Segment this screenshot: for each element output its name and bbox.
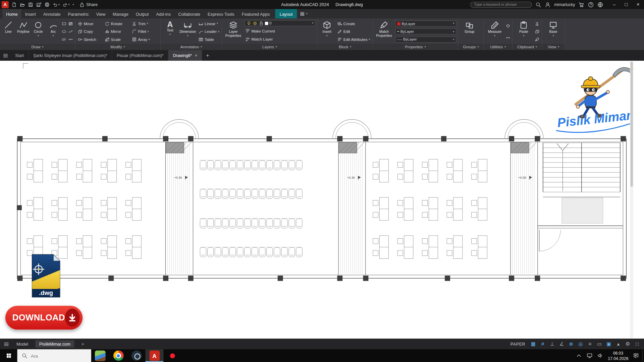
ribbon-tab-view[interactable]: View <box>93 9 109 18</box>
dimension-button[interactable]: Dimension ▾ <box>179 20 196 44</box>
rectangle-tool-icon[interactable] <box>62 21 67 26</box>
taskbar-opera-app[interactable] <box>163 349 181 362</box>
match-layer-button[interactable]: Match Layer <box>245 36 316 43</box>
workspace-settings-icon[interactable]: ⚙ <box>624 342 631 347</box>
text-button[interactable]: A Text ▾ <box>162 20 178 44</box>
new-layout-button[interactable]: + <box>77 340 88 348</box>
spline-tool-icon[interactable] <box>68 29 73 34</box>
save-button[interactable] <box>27 1 34 8</box>
plot-button[interactable] <box>44 1 51 8</box>
action-center-icon[interactable] <box>633 353 639 359</box>
ribbon-tab-express-tools[interactable]: Express Tools <box>204 9 238 18</box>
user-avatar-icon[interactable] <box>545 1 551 7</box>
create-block-button[interactable]: Create <box>336 20 371 27</box>
insert-block-button[interactable]: Insert ▾ <box>319 20 335 44</box>
revision-cloud-icon[interactable] <box>62 37 67 42</box>
ribbon-tab-manage[interactable]: Manage <box>109 9 132 18</box>
point-tool-icon[interactable] <box>68 37 73 42</box>
drawing-area[interactable]: +0.30+0.30+0.30Pislik Mimar.dwg DOWNLOAD <box>0 61 644 339</box>
online-services-icon[interactable] <box>597 1 603 7</box>
grid-icon[interactable]: ▦ <box>530 342 537 347</box>
layer-combo[interactable]: 0 ▾ <box>245 20 316 26</box>
ribbon-tab-add-ins[interactable]: Add-ins <box>152 9 174 18</box>
copy-button[interactable]: Copy <box>77 28 104 35</box>
scale-button[interactable]: Scale <box>104 36 131 43</box>
lineweight-combo[interactable]: ━ ByLayer▾ <box>395 28 456 35</box>
paper-space-indicator[interactable]: PAPER <box>511 342 525 346</box>
linear-dimension-button[interactable]: Linear▾ <box>198 20 220 27</box>
share-button[interactable]: Share <box>79 2 98 7</box>
match-properties-button[interactable]: Match Properties <box>375 20 393 44</box>
panel-label-draw[interactable]: Draw▾ <box>0 44 75 50</box>
ribbon-tab-annotate[interactable]: Annotate <box>40 9 64 18</box>
panel-label-utilities[interactable]: Utilities▾ <box>484 44 512 50</box>
taskbar-clock[interactable]: 06:03 17.04.2026 <box>608 350 628 361</box>
move-button[interactable]: Move <box>77 20 104 27</box>
close-button[interactable]: × <box>632 0 644 9</box>
snap-icon[interactable]: # <box>539 342 546 347</box>
interface-toggle-button[interactable]: ▾ <box>297 9 311 18</box>
file-tab--ark-s-yleyen-insan-pislikmimar-com-[interactable]: Şarkı Söyleyen Insan (PislikMimar.com)* <box>29 50 112 61</box>
measure-button[interactable]: Measure ▾ <box>485 20 504 44</box>
id-point-icon[interactable] <box>505 23 511 28</box>
isolate-objects-icon[interactable]: □ <box>634 342 641 347</box>
cut-icon[interactable] <box>535 21 540 26</box>
object-color-combo[interactable]: ByLayer▾ <box>395 20 456 26</box>
panel-label-view[interactable]: View▾ <box>542 44 565 50</box>
model-tab[interactable]: Model <box>12 340 33 348</box>
selection-cycling-icon[interactable]: ▣ <box>605 342 612 347</box>
leader-button[interactable]: Leader▾ <box>198 28 220 35</box>
table-button[interactable]: Table <box>198 36 220 43</box>
snap-tracking-icon[interactable]: ◎ <box>577 342 584 347</box>
canvas-scrollbar[interactable] <box>630 61 633 339</box>
ribbon-tab-home[interactable]: Home <box>2 9 21 18</box>
panel-label-clipboard[interactable]: Clipboard▾ <box>513 44 542 50</box>
ribbon-tab-collaborate[interactable]: Collaborate <box>174 9 204 18</box>
tab-close-icon[interactable]: × <box>195 53 198 58</box>
mirror-button[interactable]: Mirror <box>104 28 131 35</box>
make-current-button[interactable]: Make Current <box>245 27 316 35</box>
username-label[interactable]: mimarlucky <box>554 2 575 7</box>
file-tab-pisuar-pislikmimar-com-[interactable]: Pisuar (PislikMimar.com)* <box>112 50 169 61</box>
drawing-canvas[interactable]: +0.30+0.30+0.30Pislik Mimar.dwg <box>0 61 644 339</box>
taskbar-search[interactable] <box>17 349 91 362</box>
taskbar-autocad-app[interactable]: A <box>145 349 163 362</box>
linetype-combo[interactable]: –·– ByLayer▾ <box>395 37 456 43</box>
edit-block-button[interactable]: Edit <box>336 28 371 35</box>
fillet-button[interactable]: Fillet▾ <box>131 28 158 35</box>
lineweight-icon[interactable]: ≡ <box>587 342 594 347</box>
object-snap-icon[interactable]: ⊕ <box>568 342 575 347</box>
new-file-button[interactable] <box>11 1 18 8</box>
minimize-button[interactable]: – <box>608 0 620 9</box>
download-button[interactable]: DOWNLOAD <box>5 306 83 329</box>
panel-label-layers[interactable]: Layers▾ <box>222 44 317 50</box>
volume-icon[interactable] <box>597 353 603 359</box>
display-tray-icon[interactable] <box>586 353 592 359</box>
layout-menu-icon[interactable] <box>3 341 9 347</box>
help-icon[interactable] <box>588 1 594 7</box>
copy-clip-icon[interactable] <box>535 29 540 34</box>
undo-button[interactable]: ▾ <box>52 1 60 8</box>
maximize-button[interactable]: □ <box>620 0 632 9</box>
hatch-tool-icon[interactable] <box>68 21 73 26</box>
line-button[interactable]: Line <box>2 20 15 44</box>
layout-tab-pislikmimar[interactable]: PislikMimar.com <box>35 340 74 348</box>
arc-button[interactable]: Arc ▾ <box>47 20 60 44</box>
scrollbar-thumb[interactable] <box>631 62 633 187</box>
open-file-button[interactable] <box>19 1 26 8</box>
layer-properties-button[interactable]: Layer Properties <box>224 20 243 44</box>
stretch-button[interactable]: Stretch <box>77 36 104 43</box>
panel-label-modify[interactable]: Modify▾ <box>75 44 160 50</box>
ribbon-tab-parametric[interactable]: Parametric <box>64 9 92 18</box>
polar-tracking-icon[interactable]: ∠ <box>558 342 565 347</box>
taskbar-game-app[interactable] <box>91 349 109 362</box>
panel-label-annotation[interactable]: Annotation▾ <box>161 44 222 50</box>
file-tab-start[interactable]: Start <box>11 50 29 61</box>
redo-button[interactable]: ▾ <box>62 1 70 8</box>
new-drawing-tab-button[interactable]: + <box>202 50 213 61</box>
panel-label-groups[interactable]: Groups▾ <box>459 44 484 50</box>
taskbar-search-input[interactable] <box>31 353 76 358</box>
show-desktop-button[interactable] <box>642 349 644 362</box>
taskbar-chrome-app[interactable] <box>109 349 127 362</box>
tray-expand-icon[interactable] <box>576 353 582 359</box>
